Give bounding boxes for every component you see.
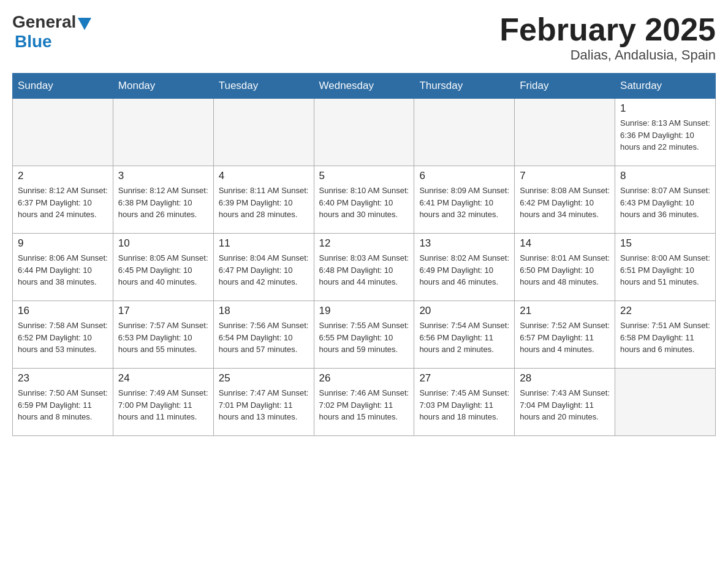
calendar-week-row: 16Sunrise: 7:58 AM Sunset: 6:52 PM Dayli… <box>13 301 716 369</box>
day-number: 25 <box>219 372 309 385</box>
day-info: Sunrise: 8:12 AM Sunset: 6:38 PM Dayligh… <box>118 185 208 221</box>
day-number: 6 <box>419 170 509 182</box>
calendar-cell: 1Sunrise: 8:13 AM Sunset: 6:36 PM Daylig… <box>615 99 716 166</box>
calendar-cell: 12Sunrise: 8:03 AM Sunset: 6:48 PM Dayli… <box>314 234 414 301</box>
day-info: Sunrise: 8:11 AM Sunset: 6:39 PM Dayligh… <box>219 185 309 221</box>
calendar-cell: 21Sunrise: 7:52 AM Sunset: 6:57 PM Dayli… <box>515 301 615 369</box>
day-number: 9 <box>18 237 108 250</box>
day-info: Sunrise: 7:55 AM Sunset: 6:55 PM Dayligh… <box>319 320 409 356</box>
calendar-cell <box>414 99 515 166</box>
day-info: Sunrise: 8:01 AM Sunset: 6:50 PM Dayligh… <box>520 252 610 288</box>
day-info: Sunrise: 8:09 AM Sunset: 6:41 PM Dayligh… <box>419 185 509 221</box>
calendar-cell <box>615 369 716 436</box>
svg-marker-0 <box>78 18 91 30</box>
calendar-header-monday: Monday <box>113 74 213 99</box>
calendar-header-sunday: Sunday <box>13 74 113 99</box>
day-info: Sunrise: 8:03 AM Sunset: 6:48 PM Dayligh… <box>319 252 409 288</box>
calendar-cell: 19Sunrise: 7:55 AM Sunset: 6:55 PM Dayli… <box>314 301 414 369</box>
calendar-cell: 20Sunrise: 7:54 AM Sunset: 6:56 PM Dayli… <box>414 301 515 369</box>
day-number: 17 <box>118 305 208 317</box>
calendar-week-row: 9Sunrise: 8:06 AM Sunset: 6:44 PM Daylig… <box>13 234 716 301</box>
day-number: 18 <box>219 305 309 317</box>
day-number: 22 <box>620 305 710 317</box>
day-info: Sunrise: 7:56 AM Sunset: 6:54 PM Dayligh… <box>219 320 309 356</box>
day-number: 20 <box>419 305 509 317</box>
location-title: Dalias, Andalusia, Spain <box>499 47 716 63</box>
calendar-week-row: 23Sunrise: 7:50 AM Sunset: 6:59 PM Dayli… <box>13 369 716 436</box>
day-info: Sunrise: 7:54 AM Sunset: 6:56 PM Dayligh… <box>419 320 509 356</box>
logo-general: General <box>12 12 76 32</box>
day-info: Sunrise: 8:06 AM Sunset: 6:44 PM Dayligh… <box>18 252 108 288</box>
calendar-cell: 22Sunrise: 7:51 AM Sunset: 6:58 PM Dayli… <box>615 301 716 369</box>
day-info: Sunrise: 7:51 AM Sunset: 6:58 PM Dayligh… <box>620 320 710 356</box>
day-info: Sunrise: 8:13 AM Sunset: 6:36 PM Dayligh… <box>620 117 710 153</box>
day-number: 28 <box>520 372 610 385</box>
calendar-cell <box>314 99 414 166</box>
day-number: 7 <box>520 170 610 182</box>
calendar-week-row: 2Sunrise: 8:12 AM Sunset: 6:37 PM Daylig… <box>13 166 716 234</box>
logo-blue: Blue <box>15 32 52 51</box>
calendar-cell: 23Sunrise: 7:50 AM Sunset: 6:59 PM Dayli… <box>13 369 113 436</box>
day-number: 11 <box>219 237 309 250</box>
day-number: 27 <box>419 372 509 385</box>
calendar-cell <box>13 99 113 166</box>
calendar-week-row: 1Sunrise: 8:13 AM Sunset: 6:36 PM Daylig… <box>13 99 716 166</box>
calendar-cell: 25Sunrise: 7:47 AM Sunset: 7:01 PM Dayli… <box>213 369 314 436</box>
day-number: 12 <box>319 237 409 250</box>
day-number: 16 <box>18 305 108 317</box>
day-number: 1 <box>620 102 710 115</box>
day-number: 10 <box>118 237 208 250</box>
calendar-cell: 10Sunrise: 8:05 AM Sunset: 6:45 PM Dayli… <box>113 234 213 301</box>
day-number: 8 <box>620 170 710 182</box>
calendar-cell: 26Sunrise: 7:46 AM Sunset: 7:02 PM Dayli… <box>314 369 414 436</box>
day-info: Sunrise: 7:45 AM Sunset: 7:03 PM Dayligh… <box>419 387 509 423</box>
day-info: Sunrise: 8:00 AM Sunset: 6:51 PM Dayligh… <box>620 252 710 288</box>
day-number: 23 <box>18 372 108 385</box>
day-info: Sunrise: 8:04 AM Sunset: 6:47 PM Dayligh… <box>219 252 309 288</box>
title-section: February 2025 Dalias, Andalusia, Spain <box>499 12 716 63</box>
calendar-cell: 3Sunrise: 8:12 AM Sunset: 6:38 PM Daylig… <box>113 166 213 234</box>
day-number: 21 <box>520 305 610 317</box>
calendar-cell: 27Sunrise: 7:45 AM Sunset: 7:03 PM Dayli… <box>414 369 515 436</box>
day-number: 14 <box>520 237 610 250</box>
calendar-table: SundayMondayTuesdayWednesdayThursdayFrid… <box>12 73 716 436</box>
day-info: Sunrise: 8:12 AM Sunset: 6:37 PM Dayligh… <box>18 185 108 221</box>
day-info: Sunrise: 7:58 AM Sunset: 6:52 PM Dayligh… <box>18 320 108 356</box>
day-info: Sunrise: 8:02 AM Sunset: 6:49 PM Dayligh… <box>419 252 509 288</box>
calendar-cell: 8Sunrise: 8:07 AM Sunset: 6:43 PM Daylig… <box>615 166 716 234</box>
logo-triangle-icon <box>78 18 91 30</box>
day-info: Sunrise: 7:52 AM Sunset: 6:57 PM Dayligh… <box>520 320 610 356</box>
calendar-cell: 5Sunrise: 8:10 AM Sunset: 6:40 PM Daylig… <box>314 166 414 234</box>
day-number: 24 <box>118 372 208 385</box>
calendar-header-row: SundayMondayTuesdayWednesdayThursdayFrid… <box>13 74 716 99</box>
day-number: 15 <box>620 237 710 250</box>
day-number: 4 <box>219 170 309 182</box>
day-info: Sunrise: 8:10 AM Sunset: 6:40 PM Dayligh… <box>319 185 409 221</box>
calendar-header-thursday: Thursday <box>414 74 515 99</box>
day-info: Sunrise: 7:46 AM Sunset: 7:02 PM Dayligh… <box>319 387 409 423</box>
calendar-cell: 11Sunrise: 8:04 AM Sunset: 6:47 PM Dayli… <box>213 234 314 301</box>
page-header: General Blue February 2025 Dalias, Andal… <box>12 12 716 63</box>
calendar-header-wednesday: Wednesday <box>314 74 414 99</box>
calendar-cell: 15Sunrise: 8:00 AM Sunset: 6:51 PM Dayli… <box>615 234 716 301</box>
day-info: Sunrise: 7:50 AM Sunset: 6:59 PM Dayligh… <box>18 387 108 423</box>
calendar-cell: 4Sunrise: 8:11 AM Sunset: 6:39 PM Daylig… <box>213 166 314 234</box>
calendar-cell: 9Sunrise: 8:06 AM Sunset: 6:44 PM Daylig… <box>13 234 113 301</box>
day-info: Sunrise: 8:05 AM Sunset: 6:45 PM Dayligh… <box>118 252 208 288</box>
day-number: 26 <box>319 372 409 385</box>
calendar-cell: 13Sunrise: 8:02 AM Sunset: 6:49 PM Dayli… <box>414 234 515 301</box>
calendar-header-saturday: Saturday <box>615 74 716 99</box>
calendar-cell: 17Sunrise: 7:57 AM Sunset: 6:53 PM Dayli… <box>113 301 213 369</box>
day-number: 5 <box>319 170 409 182</box>
day-number: 13 <box>419 237 509 250</box>
day-number: 19 <box>319 305 409 317</box>
calendar-cell: 16Sunrise: 7:58 AM Sunset: 6:52 PM Dayli… <box>13 301 113 369</box>
day-info: Sunrise: 7:43 AM Sunset: 7:04 PM Dayligh… <box>520 387 610 423</box>
calendar-cell: 14Sunrise: 8:01 AM Sunset: 6:50 PM Dayli… <box>515 234 615 301</box>
calendar-cell: 24Sunrise: 7:49 AM Sunset: 7:00 PM Dayli… <box>113 369 213 436</box>
day-number: 3 <box>118 170 208 182</box>
day-info: Sunrise: 8:07 AM Sunset: 6:43 PM Dayligh… <box>620 185 710 221</box>
calendar-cell: 18Sunrise: 7:56 AM Sunset: 6:54 PM Dayli… <box>213 301 314 369</box>
calendar-cell: 28Sunrise: 7:43 AM Sunset: 7:04 PM Dayli… <box>515 369 615 436</box>
day-info: Sunrise: 7:47 AM Sunset: 7:01 PM Dayligh… <box>219 387 309 423</box>
